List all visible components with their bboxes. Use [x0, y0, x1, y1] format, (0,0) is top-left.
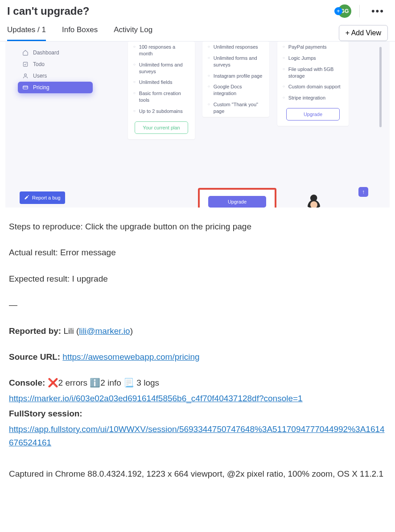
reported-by-email-link[interactable]: lili@marker.io	[79, 326, 130, 336]
upgrade-button-outline: Upgrade	[286, 108, 340, 121]
info-icon: ℹ️	[90, 378, 100, 387]
add-member-icon: +	[334, 7, 342, 15]
console-errors: 2 errors	[58, 378, 90, 387]
fullstory-link[interactable]: https://app.fullstory.com/ui/10WWXV/sess…	[9, 424, 385, 447]
feature-item: PayPal payments	[283, 42, 343, 53]
screenshot-content: Dashboard Todo Users	[5, 42, 390, 208]
expected-line: Expected result: I upgrade	[9, 272, 386, 286]
tabs: Updates / 1 Info Boxes Activity Log	[7, 25, 152, 41]
sidebar-item-label: Todo	[33, 61, 45, 67]
item-header: I can't upgrade? + GG •••	[0, 0, 395, 19]
divider	[359, 5, 360, 17]
home-icon	[22, 50, 29, 56]
card-icon	[22, 84, 29, 91]
scroll-top-button: ↑	[358, 187, 368, 197]
sidebar-item-label: Users	[33, 73, 47, 79]
sidebar-item-pricing: Pricing	[18, 82, 93, 93]
console-line: Console: ❌2 errors ℹ️2 info 📃 3 logs	[9, 376, 386, 390]
arrow-up-icon: ↑	[362, 189, 365, 195]
actual-value: Error message	[60, 248, 116, 257]
svg-point-1	[25, 74, 27, 76]
header-actions: + GG •••	[338, 4, 388, 19]
fullstory-label-line: FullStory session:	[9, 407, 386, 420]
feature-item: Stripe integration	[283, 92, 343, 104]
illustration-person	[305, 193, 323, 208]
error-icon: ❌	[48, 378, 58, 387]
app-sidebar: Dashboard Todo Users	[18, 47, 93, 93]
console-label: Console:	[9, 378, 45, 387]
source-url-line: Source URL: https://awesomewebapp.com/pr…	[9, 350, 386, 364]
actual-label: Actual result:	[9, 248, 60, 257]
fullstory-link-line: https://app.fullstory.com/ui/10WWXV/sess…	[9, 423, 386, 450]
feature-item: Basic form creation tools	[133, 88, 189, 106]
console-link[interactable]: https://marker.io/i/603e02a03ed691614f58…	[9, 394, 303, 403]
report-bug-button: Report a bug	[20, 191, 65, 204]
feature-item: Logic Jumps	[283, 53, 343, 64]
tab-activity-log[interactable]: Activity Log	[114, 25, 152, 41]
console-logs: 3 logs	[136, 378, 159, 387]
expected-label: Expected result:	[9, 274, 72, 283]
user-icon	[22, 73, 29, 79]
current-plan-button: Your current plan	[135, 121, 188, 134]
reported-by-close: )	[130, 326, 133, 336]
tab-info-boxes[interactable]: Info Boxes	[62, 25, 98, 41]
add-view-button[interactable]: + Add View	[339, 25, 388, 41]
tab-updates[interactable]: Updates / 1	[7, 25, 46, 41]
sidebar-item-dashboard: Dashboard	[18, 47, 93, 58]
steps-value: Click the upgrade button on the pricing …	[85, 222, 251, 231]
feature-item: Up to 2 subdomains	[133, 106, 189, 117]
reported-by-line: Reported by: Lili (lili@marker.io)	[9, 324, 386, 338]
steps-line: Steps to reproduce: Click the upgrade bu…	[9, 220, 386, 233]
fullstory-label: FullStory session:	[9, 409, 82, 418]
svg-rect-0	[23, 62, 27, 66]
tab-bar: Updates / 1 Info Boxes Activity Log + Ad…	[0, 19, 395, 42]
pricing-card-free: 100 responses a month Unlimited forms an…	[128, 42, 195, 139]
pricing-card-mid: Unlimited responses Unlimited forms and …	[202, 42, 269, 117]
sidebar-item-users: Users	[18, 70, 93, 82]
reported-by-label: Reported by:	[9, 326, 61, 336]
sidebar-item-label: Dashboard	[33, 50, 59, 56]
source-url-label: Source URL:	[9, 352, 60, 362]
update-body: Steps to reproduce: Click the upgrade bu…	[0, 208, 395, 504]
checklist-icon	[22, 61, 29, 67]
page-title: I can't upgrade?	[7, 5, 89, 17]
annotation-highlight: Upgrade	[198, 188, 276, 208]
source-url-link[interactable]: https://awesomewebapp.com/pricing	[62, 352, 199, 362]
actual-line: Actual result: Error message	[9, 246, 386, 259]
feature-item: Instagram profile page	[208, 71, 264, 82]
report-bug-label: Report a bug	[32, 195, 61, 200]
log-icon: 📃	[123, 378, 134, 387]
feature-item: Custom "Thank you" page	[208, 99, 264, 117]
expected-value: I upgrade	[72, 274, 108, 283]
feature-item: Unlimited forms and surveys	[208, 53, 264, 71]
scrollbar	[379, 47, 382, 127]
steps-label: Steps to reproduce:	[9, 222, 85, 231]
attachment-area: Dashboard Todo Users	[0, 42, 395, 208]
console-info: 2 info	[100, 378, 123, 387]
members-control[interactable]: + GG	[338, 4, 351, 18]
svg-rect-2	[23, 86, 28, 89]
sidebar-item-label: Pricing	[33, 84, 49, 91]
feature-item: File upload with 5GB storage	[283, 64, 343, 82]
feature-item: Custom domain support	[283, 81, 343, 92]
feature-item: Unlimited forms and surveys	[133, 59, 189, 77]
console-link-line: https://marker.io/i/603e02a03ed691614f58…	[9, 392, 386, 405]
feature-item: Unlimited fields	[133, 77, 189, 88]
bug-screenshot[interactable]: Dashboard Todo Users	[5, 42, 390, 208]
edit-icon	[24, 195, 29, 201]
feature-item: 100 responses a month	[133, 42, 189, 59]
more-menu-icon[interactable]: •••	[368, 4, 388, 19]
reported-by-name: Lili (	[61, 326, 79, 336]
pricing-card-pro: PayPal payments Logic Jumps File upload …	[277, 42, 349, 126]
section-divider: —	[9, 298, 386, 312]
captured-line: Captured in Chrome 88.0.4324.192, 1223 x…	[9, 467, 386, 481]
feature-item: Google Docs integration	[208, 81, 264, 99]
sidebar-item-todo: Todo	[18, 58, 93, 70]
feature-item: Unlimited responses	[208, 42, 264, 53]
upgrade-button: Upgrade	[208, 196, 266, 208]
